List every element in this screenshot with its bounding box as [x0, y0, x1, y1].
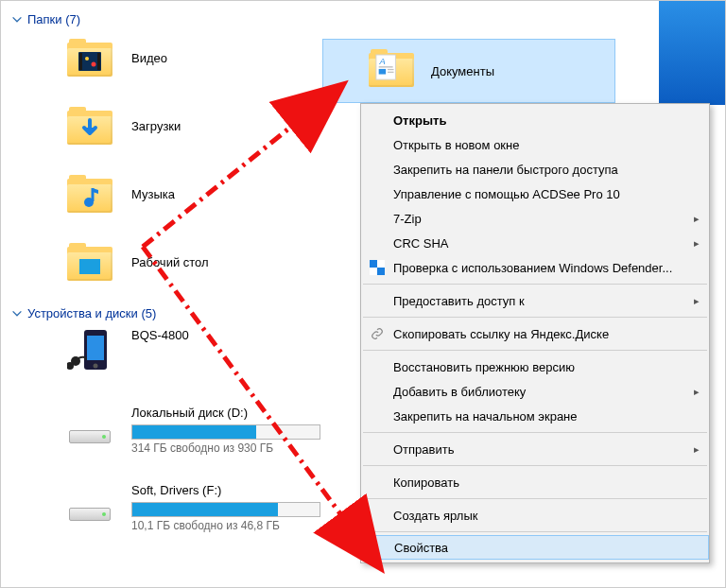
folder-item-documents-selected[interactable]: A Документы [322, 39, 615, 103]
link-icon [369, 325, 386, 342]
svg-rect-16 [388, 69, 394, 70]
group-header-folders[interactable]: Папки (7) [10, 9, 725, 34]
menu-item-acdsee[interactable]: Управление с помощью ACDSee Pro 10 [361, 182, 709, 206]
menu-item-copy[interactable]: Копировать [361, 470, 709, 494]
svg-text:A: A [379, 57, 386, 66]
menu-item-pin-quick-access[interactable]: Закрепить на панели быстрого доступа [361, 157, 709, 182]
context-menu: Открыть Открыть в новом окне Закрепить н… [360, 103, 710, 563]
folder-icon [67, 39, 112, 77]
menu-separator [363, 465, 707, 466]
drive-icon [67, 406, 112, 443]
menu-separator [363, 284, 707, 285]
svg-rect-17 [388, 72, 394, 73]
svg-rect-20 [377, 268, 385, 275]
menu-item-create-shortcut[interactable]: Создать ярлык [361, 503, 709, 527]
menu-separator [363, 350, 707, 351]
menu-item-yandex-disk-link[interactable]: Скопировать ссылку на Яндекс.Диске [361, 321, 709, 346]
svg-point-4 [92, 62, 96, 67]
disk-usage-bar [131, 424, 320, 440]
chevron-down-icon [10, 13, 24, 26]
phone-icon [67, 328, 112, 373]
menu-item-restore-previous[interactable]: Восстановить прежнюю версию [361, 355, 709, 379]
svg-rect-2 [97, 53, 100, 70]
folder-icon [67, 243, 112, 281]
disk-free-text: 10,1 ГБ свободно из 46,8 ГБ [131, 519, 320, 532]
menu-item-open[interactable]: Открыть [361, 108, 709, 132]
svg-rect-15 [379, 66, 393, 67]
device-label: BQS-4800 [131, 328, 189, 342]
group-count-devices: (5) [138, 306, 157, 320]
menu-item-windows-defender[interactable]: Проверка с использованием Windows Defend… [361, 255, 709, 280]
folder-label: Рабочий стол [131, 255, 209, 269]
menu-item-include-library[interactable]: Добавить в библиотеку [361, 379, 709, 404]
group-count-folders: (7) [62, 12, 81, 26]
menu-item-crc-sha[interactable]: CRC SHA [361, 231, 709, 255]
svg-rect-8 [87, 336, 104, 360]
menu-item-pin-start[interactable]: Закрепить на начальном экране [361, 404, 709, 428]
svg-rect-14 [379, 69, 386, 75]
folder-label: Документы [431, 64, 494, 78]
menu-separator [363, 531, 707, 532]
menu-item-send-to[interactable]: Отправить [361, 437, 709, 461]
menu-separator [363, 317, 707, 318]
menu-separator [363, 498, 707, 499]
svg-rect-19 [370, 260, 377, 268]
menu-item-properties[interactable]: Свойства [361, 535, 709, 560]
menu-item-give-access[interactable]: Предоставить доступ к [361, 288, 709, 313]
folder-label: Загрузки [131, 119, 181, 133]
drive-icon [67, 483, 112, 521]
group-title-devices: Устройства и диски [27, 306, 138, 320]
svg-rect-6 [79, 259, 100, 274]
svg-point-9 [94, 364, 98, 369]
folder-icon [67, 107, 112, 145]
disk-free-text: 314 ГБ свободно из 930 ГБ [131, 441, 320, 455]
desktop-background-fragment [659, 1, 725, 105]
chevron-down-icon [10, 307, 24, 320]
shield-icon [369, 259, 386, 276]
disk-usage-bar [131, 502, 320, 517]
folder-icon: A [369, 49, 414, 93]
group-title-folders: Папки [27, 12, 62, 26]
folder-icon [67, 175, 112, 213]
folder-label: Видео [131, 51, 167, 65]
menu-separator [363, 432, 707, 433]
svg-point-5 [84, 198, 94, 207]
menu-item-7zip[interactable]: 7-Zip [361, 206, 709, 231]
menu-item-open-new-window[interactable]: Открыть в новом окне [361, 132, 709, 157]
svg-point-3 [85, 57, 89, 61]
svg-rect-1 [79, 53, 82, 70]
disk-label: Локальный диск (D:) [131, 406, 320, 420]
disk-label: Soft, Drivers (F:) [131, 483, 320, 497]
folder-label: Музыка [131, 187, 175, 201]
